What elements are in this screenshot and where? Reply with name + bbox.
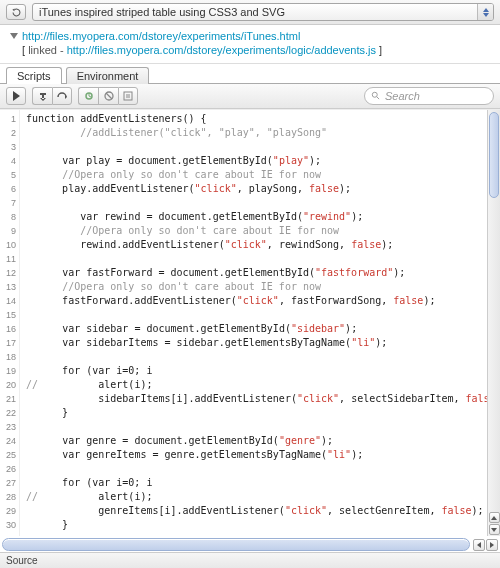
scrollbar-thumb[interactable] [489,112,499,198]
horizontal-scrollbar[interactable] [2,538,470,551]
resource-tree: http://files.myopera.com/dstorey/experim… [0,25,500,64]
code-line: function addEventListeners() { [26,112,500,126]
code-line: play.addEventListener("click", playSong,… [26,182,500,196]
code-editor[interactable]: 1234567891011121314151617181920212223242… [0,110,500,536]
code-line: //Opera only so don't care about IE for … [26,224,500,238]
code-line: fastForward.addEventListener("click", fa… [26,294,500,308]
code-line: var genre = document.getElementById("gen… [26,434,500,448]
threads-button[interactable] [78,87,98,105]
code-line [26,196,500,210]
svg-rect-3 [124,92,132,100]
code-line: var play = document.getElementById("play… [26,154,500,168]
code-line [26,140,500,154]
scroll-down-button[interactable] [489,524,500,535]
code-line: //Opera only so don't care about IE for … [26,280,500,294]
vertical-scrollbar[interactable] [487,110,500,536]
code-line: for (var i=0; i [26,364,500,378]
code-line: sidebarItems[i].addEventListener("click"… [26,392,500,406]
scroll-up-button[interactable] [489,512,500,523]
search-placeholder: Search [385,90,420,102]
svg-point-0 [86,93,92,99]
code-line: var sidebar = document.getElementById("s… [26,322,500,336]
code-line: rewind.addEventListener("click", rewindS… [26,238,500,252]
linked-prefix: linked - [28,44,67,56]
code-line: genreItems[i].addEventListener("click", … [26,504,500,518]
svg-line-7 [377,97,380,100]
code-line: } [26,518,500,532]
code-line: var fastForward = document.getElementByI… [26,266,500,280]
step-over-button[interactable] [52,87,72,105]
line-gutter: 1234567891011121314151617181920212223242… [0,110,20,536]
search-input[interactable]: Search [364,87,494,105]
code-line [26,420,500,434]
svg-point-6 [372,92,377,97]
document-select[interactable]: iTunes inspired striped table using CSS3… [32,3,494,21]
code-line [26,308,500,322]
code-line [26,462,500,476]
code-line: // alert(i); [26,378,500,392]
tab-environment[interactable]: Environment [66,67,150,84]
code-area[interactable]: function addEventListeners() { //addList… [20,110,500,536]
code-line: var sidebarItems = sidebar.getElementsBy… [26,336,500,350]
search-icon [371,91,381,101]
code-line: var genreItems = genre.getElementsByTagN… [26,448,500,462]
code-line [26,350,500,364]
svg-point-1 [105,92,113,100]
code-line [26,252,500,266]
status-source: Source [6,555,38,566]
scroll-left-button[interactable] [473,539,485,551]
code-line: // alert(i); [26,490,500,504]
page-url[interactable]: http://files.myopera.com/dstorey/experim… [22,30,300,42]
code-line [26,532,500,536]
code-line: //Opera only so don't care about IE for … [26,168,500,182]
stepper-icon [477,4,493,20]
tab-scripts[interactable]: Scripts [6,67,62,84]
chevron-down-icon[interactable] [10,33,18,39]
step-into-button[interactable] [32,87,52,105]
svg-line-2 [106,93,112,99]
continue-button[interactable] [6,87,26,105]
document-select-label: iTunes inspired striped table using CSS3… [39,6,487,18]
log-threads-button[interactable] [118,87,138,105]
code-line: } [26,406,500,420]
code-line: var rewind = document.getElementById("re… [26,210,500,224]
reload-button[interactable] [6,4,26,20]
break-error-button[interactable] [98,87,118,105]
code-line: //addListener("click", "play", "playSong… [26,126,500,140]
linked-url[interactable]: http://files.myopera.com/dstorey/experim… [67,44,376,56]
scroll-right-button[interactable] [486,539,498,551]
code-line: for (var i=0; i [26,476,500,490]
